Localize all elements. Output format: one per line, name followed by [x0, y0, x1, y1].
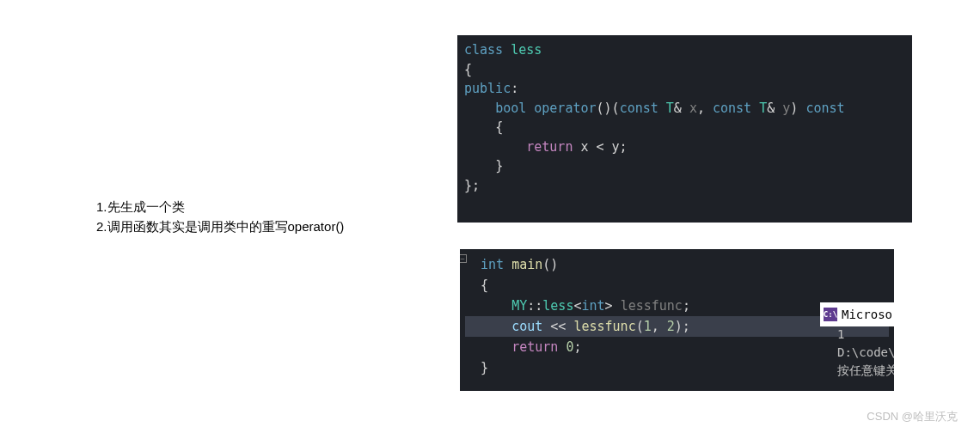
code-line: return x < y;: [464, 137, 905, 157]
code-line: };: [464, 176, 905, 196]
instruction-line-1: 1.先生成一个类: [96, 198, 344, 217]
fold-minus-icon[interactable]: −: [460, 254, 467, 263]
code-snippet-1: class less { public: bool operator()(con…: [457, 35, 912, 223]
console-output: 1 D:\code\t 按任意键关: [837, 326, 894, 380]
code-line: }: [464, 156, 905, 176]
code-line: }: [465, 357, 889, 378]
csdn-watermark: CSDN @哈里沃克: [867, 409, 958, 424]
vs-icon: C:\: [824, 308, 837, 321]
instruction-text: 1.先生成一个类 2.调用函数其实是调用类中的重写operator(): [96, 198, 344, 236]
code-line: {: [464, 118, 905, 137]
code-line: {: [465, 275, 889, 296]
code-line: {: [464, 60, 905, 80]
code-line: class less: [464, 40, 905, 60]
code-line: public:: [464, 79, 905, 99]
code-line: int main(): [465, 254, 889, 275]
code-line: bool operator()(const T& x, const T& y) …: [464, 99, 905, 119]
instruction-line-2: 2.调用函数其实是调用类中的重写operator(): [96, 217, 344, 237]
microsoft-label: Microso: [842, 305, 892, 324]
microsoft-badge: C:\ Microso: [820, 302, 894, 326]
code-snippet-2: − int main() { MY::less<int> lessfunc; c…: [460, 249, 894, 391]
code-line: return 0;: [465, 337, 889, 357]
